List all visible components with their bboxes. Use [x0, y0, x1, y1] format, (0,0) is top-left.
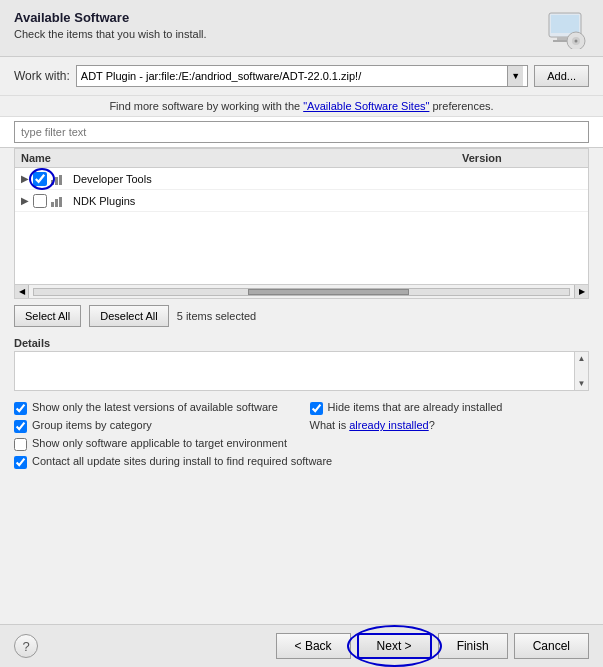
- deselect-all-button[interactable]: Deselect All: [89, 305, 168, 327]
- filter-row: [0, 117, 603, 148]
- items-selected-label: 5 items selected: [177, 310, 256, 322]
- cancel-button[interactable]: Cancel: [514, 633, 589, 659]
- row-checkbox-ndk-plugins[interactable]: [33, 194, 47, 208]
- option-target-environment-label: Show only software applicable to target …: [32, 437, 287, 449]
- scrollbar-thumb[interactable]: [248, 289, 409, 295]
- info-prefix: Find more software by working with the: [109, 100, 303, 112]
- expand-icon[interactable]: ▶: [21, 173, 33, 184]
- row-checkbox-developer-tools[interactable]: [33, 172, 47, 186]
- folder-icon: [51, 172, 69, 186]
- software-table: Name Version ▶ Developer Tools ▶: [14, 148, 589, 299]
- row-label-ndk-plugins: NDK Plugins: [73, 195, 462, 207]
- details-label: Details: [14, 337, 589, 349]
- work-with-row: Work with: ADT Plugin - jar:file:/E:/and…: [0, 57, 603, 96]
- filter-input[interactable]: [14, 121, 589, 143]
- info-suffix: preferences.: [429, 100, 493, 112]
- buttons-row: Select All Deselect All 5 items selected: [0, 299, 603, 333]
- next-button-wrapper: Next >: [357, 633, 432, 659]
- dropdown-arrow-icon[interactable]: ▼: [507, 66, 523, 86]
- checkbox-hide-installed[interactable]: [310, 402, 323, 415]
- checkbox-contact-update-sites[interactable]: [14, 456, 27, 469]
- scroll-up-icon[interactable]: ▲: [576, 352, 588, 365]
- select-all-button[interactable]: Select All: [14, 305, 81, 327]
- folder-icon: [51, 194, 69, 208]
- what-is-label: What is already installed?: [310, 419, 435, 431]
- row-label-developer-tools: Developer Tools: [73, 173, 462, 185]
- already-installed-link[interactable]: already installed: [349, 419, 429, 431]
- help-button[interactable]: ?: [14, 634, 38, 658]
- table-row[interactable]: ▶ NDK Plugins: [15, 190, 588, 212]
- work-with-dropdown[interactable]: ADT Plugin - jar:file:/E:/andriod_softwa…: [76, 65, 528, 87]
- available-sites-link[interactable]: "Available Software Sites": [303, 100, 429, 112]
- scrollbar-track[interactable]: [33, 288, 570, 296]
- table-header: Name Version: [15, 149, 588, 168]
- option-group-by-category: Group items by category: [14, 419, 294, 433]
- scroll-down-icon[interactable]: ▼: [576, 377, 588, 390]
- footer: ? < Back Next > Finish Cancel: [0, 624, 603, 667]
- option-contact-update-sites: Contact all update sites during install …: [14, 455, 589, 469]
- table-scrollbar[interactable]: ◀ ▶: [15, 284, 588, 298]
- finish-button[interactable]: Finish: [438, 633, 508, 659]
- option-show-latest-label: Show only the latest versions of availab…: [32, 401, 278, 413]
- header-text: Available Software Check the items that …: [14, 10, 207, 40]
- add-button[interactable]: Add...: [534, 65, 589, 87]
- option-show-latest: Show only the latest versions of availab…: [14, 401, 294, 415]
- option-hide-installed: Hide items that are already installed: [310, 401, 590, 415]
- checkbox-wrapper: [33, 172, 51, 186]
- col-version-header: Version: [462, 152, 582, 164]
- scroll-left-icon[interactable]: ◀: [15, 285, 29, 298]
- svg-point-6: [575, 40, 578, 43]
- details-section: Details ▲ ▼: [0, 333, 603, 395]
- expand-icon[interactable]: ▶: [21, 195, 33, 206]
- page-subtitle: Check the items that you wish to install…: [14, 28, 207, 40]
- next-button[interactable]: Next >: [357, 633, 432, 659]
- option-hide-installed-label: Hide items that are already installed: [328, 401, 503, 413]
- page-title: Available Software: [14, 10, 207, 25]
- work-with-label: Work with:: [14, 69, 70, 83]
- checkbox-group-by-category[interactable]: [14, 420, 27, 433]
- option-contact-update-sites-label: Contact all update sites during install …: [32, 455, 332, 467]
- info-row: Find more software by working with the "…: [0, 96, 603, 117]
- options-section: Show only the latest versions of availab…: [0, 395, 603, 475]
- header-section: Available Software Check the items that …: [0, 0, 603, 57]
- checkbox-show-latest[interactable]: [14, 402, 27, 415]
- details-scrollbar[interactable]: ▲ ▼: [574, 352, 588, 390]
- header-icon: [541, 10, 589, 50]
- work-with-value: ADT Plugin - jar:file:/E:/andriod_softwa…: [81, 70, 507, 82]
- svg-rect-1: [551, 15, 579, 33]
- option-group-by-category-label: Group items by category: [32, 419, 152, 431]
- checkbox-target-environment[interactable]: [14, 438, 27, 451]
- details-box: ▲ ▼: [14, 351, 589, 391]
- option-already-installed-link-row: What is already installed?: [310, 419, 590, 433]
- back-button[interactable]: < Back: [276, 633, 351, 659]
- table-body: ▶ Developer Tools ▶: [15, 168, 588, 284]
- install-icon: [543, 11, 587, 49]
- table-row[interactable]: ▶ Developer Tools: [15, 168, 588, 190]
- scroll-right-icon[interactable]: ▶: [574, 285, 588, 298]
- col-name-header: Name: [21, 152, 462, 164]
- option-target-environment: Show only software applicable to target …: [14, 437, 589, 451]
